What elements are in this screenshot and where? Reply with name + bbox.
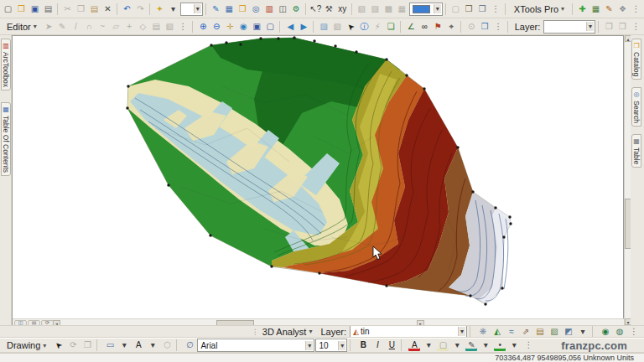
font-color-icon[interactable]: A <box>408 339 421 352</box>
create-graph-dropdown-icon[interactable]: ▾ <box>576 325 589 338</box>
xtools-table-icon[interactable]: ▦ <box>589 3 602 16</box>
dropdown-arrow-icon[interactable]: ▾ <box>434 4 441 13</box>
tab-arctoolbox[interactable]: ▥ ArcToolbox <box>1 39 11 90</box>
xtools-add-icon[interactable]: ✚ <box>576 3 589 16</box>
select-features-icon[interactable]: ▨ <box>318 20 330 34</box>
marker-color-icon[interactable]: • <box>493 339 506 352</box>
catalog-window-icon[interactable]: ❒ <box>236 3 249 16</box>
drawing-menu[interactable]: Drawing▾ <box>2 339 51 352</box>
fixed-zoom-out-icon[interactable]: ▢ <box>264 20 277 34</box>
symbol-color-combo[interactable]: ▾ <box>409 3 443 16</box>
interpolate-points-icon[interactable]: ❋ <box>476 325 490 338</box>
font-size-combo[interactable]: 10▾ <box>315 339 347 352</box>
html-popup-icon[interactable]: ❏ <box>385 20 397 34</box>
font-combo-value[interactable]: Arial <box>200 341 304 350</box>
line-of-sight-icon[interactable]: ▤ <box>533 325 547 338</box>
find-icon[interactable]: ∞ <box>418 20 431 34</box>
select-elements-icon[interactable]: ➤ <box>49 338 69 353</box>
forward-extent-icon[interactable]: ▶ <box>298 20 310 34</box>
python-window-icon[interactable]: ◫ <box>277 3 289 16</box>
pan-icon[interactable]: ✛ <box>224 20 236 34</box>
font-color-dropdown-icon[interactable]: ▾ <box>422 339 435 352</box>
fill-color-dropdown-icon[interactable]: ▾ <box>450 339 464 352</box>
tab-table[interactable]: ▦ Table <box>631 134 641 168</box>
table-of-contents-window-icon[interactable]: ▦ <box>223 3 236 16</box>
arctoolbox-window-icon[interactable]: ▥ <box>263 3 276 16</box>
marker-color-dropdown-icon[interactable]: ▾ <box>507 339 521 352</box>
go-to-xy-icon[interactable]: xy <box>336 3 349 16</box>
tab-search[interactable]: ◎ Search <box>631 87 641 127</box>
toolbar-overflow-icon[interactable]: ⋮ <box>490 3 502 16</box>
dropdown-arrow-icon[interactable]: ▾ <box>458 327 465 336</box>
shape-dropdown-icon[interactable]: ▾ <box>117 339 131 352</box>
line-color-icon[interactable]: ✎ <box>465 339 478 352</box>
toolbar-overflow-icon[interactable]: ⋮ <box>627 325 641 338</box>
toolbar-overflow-icon[interactable]: ⋮ <box>630 3 642 16</box>
arcglobe-icon[interactable]: ◉ <box>599 325 612 338</box>
font-combo[interactable]: Arial▾ <box>197 339 314 352</box>
select-elements-icon[interactable]: ➤ <box>341 18 360 35</box>
fixed-zoom-in-icon[interactable]: ▣ <box>251 20 263 34</box>
analyst-layer-combo-value[interactable]: tin <box>361 327 456 336</box>
symbol-selector-icon[interactable]: ∅ <box>183 339 196 352</box>
profile-graph-icon[interactable]: ▧ <box>548 325 561 338</box>
modelbuilder-icon[interactable]: ⚙ <box>290 3 303 16</box>
zoom-out-icon[interactable]: ⊖ <box>210 20 223 34</box>
open-folder-icon[interactable]: ❒ <box>15 3 28 16</box>
undo-icon[interactable]: ↶ <box>121 3 133 16</box>
new-text-icon[interactable]: A <box>132 339 145 352</box>
search-window-icon[interactable]: ◎ <box>250 3 262 16</box>
dropdown-arrow-icon[interactable]: ▾ <box>305 341 313 350</box>
tab-catalog[interactable]: ❒ Catalog <box>631 39 641 80</box>
editor-menu[interactable]: Editor▾ <box>2 20 42 34</box>
xtools-edit-icon[interactable]: ✎ <box>603 3 615 16</box>
delete-icon[interactable]: ✕ <box>101 3 114 16</box>
text-dropdown-icon[interactable]: ▾ <box>146 339 159 352</box>
back-extent-icon[interactable]: ◀ <box>284 20 297 34</box>
xtools-pro-menu[interactable]: XTools Pro▾ <box>509 3 569 16</box>
layer-combo[interactable]: ▾ <box>543 20 595 34</box>
underline-button[interactable]: U <box>385 339 398 352</box>
new-document-icon[interactable]: ▢ <box>2 3 14 16</box>
map-scale-combo[interactable]: ▾ <box>180 3 203 16</box>
zoom-in-icon[interactable]: ⊕ <box>197 20 210 34</box>
bold-button[interactable]: B <box>356 339 370 352</box>
add-data-dropdown-icon[interactable]: ▾ <box>167 3 179 16</box>
whats-this-help-icon[interactable]: ↖? <box>309 3 322 16</box>
full-extent-icon[interactable]: ◉ <box>237 20 250 34</box>
print-icon[interactable]: ▤ <box>42 3 55 16</box>
paste-icon[interactable]: ▤ <box>88 3 101 16</box>
fill-color-icon[interactable]: ▢ <box>436 339 449 352</box>
measure-icon[interactable]: ∠ <box>405 20 418 34</box>
interpolate-line-icon[interactable]: ◭ <box>491 325 504 338</box>
font-size-combo-value[interactable]: 10 <box>319 341 336 350</box>
steepest-path-icon[interactable]: ⇗ <box>519 325 532 338</box>
toolbar-overflow-icon[interactable]: ⋮ <box>522 339 535 352</box>
analyst-menu[interactable]: 3D Analyst▾ <box>257 325 318 338</box>
new-rectangle-icon[interactable]: ▭ <box>103 339 117 352</box>
viewer-window-icon[interactable]: ❒ <box>479 20 491 34</box>
map-canvas[interactable]: ◫▤⟳∥ ◂ ▸ <box>12 35 624 325</box>
find-route-icon[interactable]: ⚑ <box>432 20 444 34</box>
hammer-tool-icon[interactable]: ⚒ <box>323 3 335 16</box>
analyst-layer-combo[interactable]: ◭tin▾ <box>350 325 467 338</box>
dropdown-arrow-icon[interactable]: ▾ <box>338 341 345 350</box>
share-package-icon[interactable]: ❒ <box>476 3 489 16</box>
toolbar-overflow-icon[interactable]: ⋮ <box>177 20 190 34</box>
interpolate-polygon-icon[interactable]: ≈ <box>505 325 518 338</box>
vertical-scrollbar[interactable]: ▴ ▾ <box>624 35 631 325</box>
map-package-icon[interactable]: ❒ <box>463 3 475 16</box>
save-icon[interactable]: ▣ <box>29 3 41 16</box>
line-color-dropdown-icon[interactable]: ▾ <box>479 339 492 352</box>
toolbar-overflow-icon[interactable]: ⋮ <box>630 20 642 34</box>
dropdown-arrow-icon[interactable]: ▾ <box>194 4 201 13</box>
editor-toolbar-icon[interactable]: ✎ <box>210 3 222 16</box>
go-to-xy-icon[interactable]: ⌖ <box>445 20 458 34</box>
add-data-icon[interactable]: ✦ <box>153 3 166 16</box>
toolbar-overflow-icon[interactable]: ⋮ <box>492 20 505 34</box>
dropdown-arrow-icon[interactable]: ▾ <box>586 22 594 31</box>
arcscene-icon[interactable]: ◍ <box>613 325 626 338</box>
italic-button[interactable]: I <box>371 339 384 352</box>
create-graph-icon[interactable]: ◩ <box>562 325 575 338</box>
tab-table-of-contents[interactable]: ▦ Table Of Contents <box>1 102 11 176</box>
